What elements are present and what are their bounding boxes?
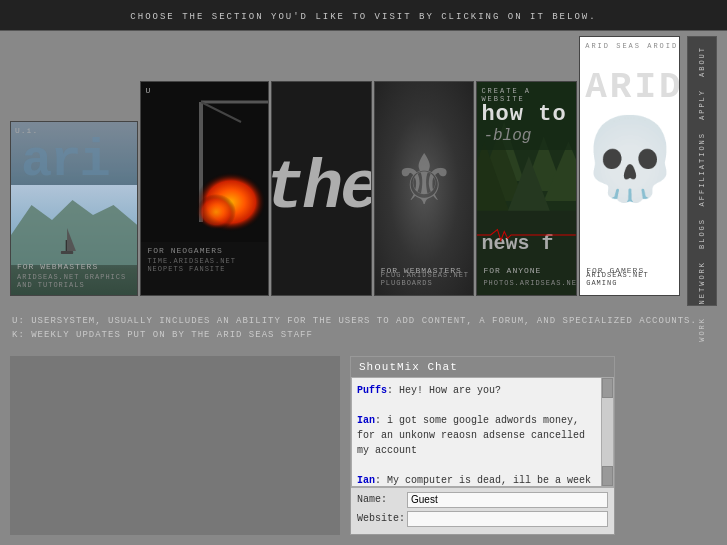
shoutmix-panel: ShoutMix Chat Puffs: Hey! How are you? I… [350, 356, 615, 535]
panels-row: U.i. ari [10, 36, 680, 306]
nav-item-apply[interactable]: APPLY [698, 85, 706, 124]
nav-item-about[interactable]: ABOUT [698, 42, 706, 81]
panel-label: FOR NEOGAMERS [141, 242, 267, 257]
main-content: U.i. ari [0, 31, 727, 306]
shoutmix-message-3: Ian: My computer is dead, ill be a week … [357, 473, 598, 487]
shoutmix-body[interactable]: Puffs: Hey! How are you? Ian: i got some… [351, 377, 614, 487]
shoutmix-message-2: Ian: i got some google adwords money, fo… [357, 413, 598, 458]
description-line-2: K: WEEKLY UPDATES PUT ON BY THE ARID SEA… [12, 328, 715, 342]
msg-text-2: i got some google adwords money, for an … [357, 415, 585, 456]
msg-text-1: Hey! How are you? [399, 385, 501, 396]
panel-label: FOR ANYONE [483, 266, 541, 275]
shoutmix-messages: Puffs: Hey! How are you? Ian: i got some… [352, 378, 613, 487]
panel-the[interactable]: the THE THE [271, 81, 372, 296]
website-input[interactable] [407, 511, 608, 527]
nav-item-network[interactable]: NETWORK [698, 257, 706, 308]
svg-point-11 [196, 194, 236, 230]
nav-item-affiliations[interactable]: AFFILIATIONS [698, 128, 706, 210]
svg-marker-1 [11, 200, 137, 265]
svg-rect-4 [61, 251, 73, 254]
panel-text-overlay: CREATE A WEBSITE how to -blog [477, 82, 576, 150]
panel-label: FOR WEBMASTERS [11, 258, 137, 273]
panel-sublabel: TIME.ARIDSEAS.NET NEOPETS FANSITE [141, 257, 267, 279]
bottom-section: ShoutMix Chat Puffs: Hey! How are you? I… [0, 351, 727, 540]
shoutmix-header: ShoutMix Chat [351, 357, 614, 377]
left-ad-space [10, 356, 340, 535]
blog-text: -blog [483, 127, 572, 145]
panel-webmasters-graphics[interactable]: U.i. ari [10, 121, 138, 296]
description-area: U: USERSYSTEM, USUALLY INCLUDES AN ABILI… [0, 306, 727, 351]
name-field-row: Name: [357, 492, 608, 508]
name-input[interactable] [407, 492, 608, 508]
how-to-text: how to [481, 103, 572, 127]
msg-user-3: Ian [357, 475, 375, 486]
website-label: Website: [357, 513, 407, 524]
skull-icon: 💀 [580, 112, 680, 210]
shoutmix-footer: Name: Website: [351, 487, 614, 534]
panel-howto[interactable]: CREATE A WEBSITE how to -blog news f FOR… [476, 81, 577, 296]
nav-item-work[interactable]: WORK [698, 313, 706, 346]
banner-text: CHOOSE THE SECTION YOU'D LIKE TO VISIT B… [130, 12, 596, 22]
arid-top-text: ARID SEAS AROID [585, 42, 678, 50]
scroll-thumb-top[interactable] [602, 378, 613, 398]
create-text: CREATE A WEBSITE [481, 87, 572, 103]
description-line-1: U: USERSYSTEM, USUALLY INCLUDES AN ABILI… [12, 314, 715, 328]
panel-sublabel: ARIDSEAS.NET GAMING [586, 271, 679, 287]
panel-corner-label: U.i. [15, 126, 38, 135]
msg-user-2: Ian [357, 415, 375, 426]
panel-sublabel: PLUG.ARIDSEAS.NET PLUGBOARDS [381, 271, 474, 287]
fleur-icon: ⚜ [400, 130, 448, 228]
svg-rect-2 [66, 240, 67, 252]
shoutmix-message-1: Puffs: Hey! How are you? [357, 383, 598, 398]
shoutmix-title: ShoutMix Chat [359, 361, 458, 373]
right-nav: ABOUT APPLY AFFILIATIONS BLOGS NETWORK W… [687, 36, 717, 306]
panels-area: U.i. ari [0, 31, 680, 306]
panel-plugboards[interactable]: ⚜ FOR WEBMASTERS PLUG.ARIDSEAS.NET PLUGB… [374, 81, 475, 296]
panel-neogamers[interactable]: U [140, 81, 268, 296]
panel-corner-label: U [145, 86, 151, 95]
top-banner: CHOOSE THE SECTION YOU'D LIKE TO VISIT B… [0, 0, 727, 31]
msg-user-1: Puffs [357, 385, 387, 396]
name-label: Name: [357, 494, 407, 505]
nav-item-blogs[interactable]: BLOGS [698, 214, 706, 253]
msg-text-3: My computer is dead, ill be a week or tw… [357, 475, 591, 487]
panel-sublabel: PHOTOS.ARIDSEAS.NET [483, 279, 577, 287]
panel-sublabel: ARIDSEAS.NET GRAPHICS AND TUTORIALS [11, 273, 137, 295]
scroll-thumb-bottom[interactable] [602, 466, 613, 486]
website-field-row: Website: [357, 511, 608, 527]
panel-big-text: ari [21, 132, 109, 191]
panel-gaming[interactable]: ARID ARID SEAS AROID 💀 FOR GAMERS ARIDSE… [579, 36, 680, 296]
panel-big-text: the [271, 150, 372, 227]
shoutmix-scrollbar[interactable] [601, 378, 613, 486]
